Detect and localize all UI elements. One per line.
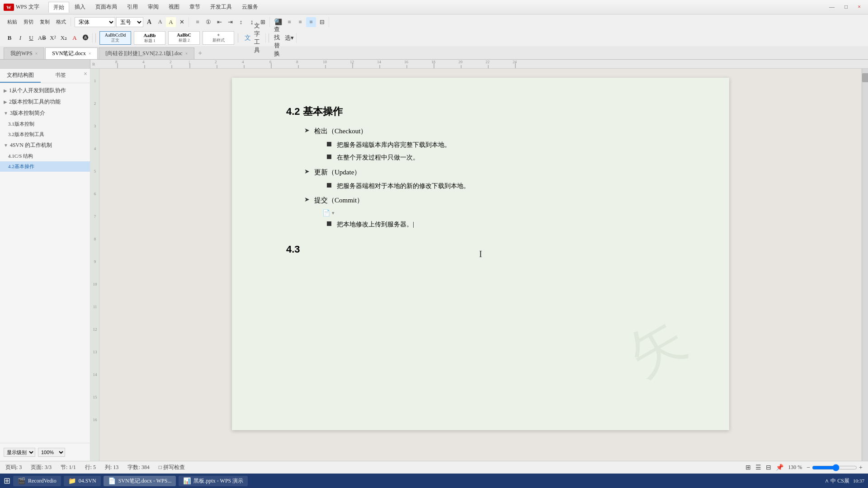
tab-svnnotes-close[interactable]: × xyxy=(89,51,91,56)
right-scrollbar[interactable] xyxy=(862,69,868,461)
sidebar-tab-structure[interactable]: 文档结构图 xyxy=(0,69,41,83)
tab-svnnotes[interactable]: SVN笔记.docx × xyxy=(45,47,98,59)
style-normal[interactable]: AaBbCcDd 正文 xyxy=(99,31,131,45)
menu-chapter[interactable]: 章节 xyxy=(185,2,205,13)
menu-start[interactable]: 开始 xyxy=(48,2,69,13)
zoom-slider[interactable] xyxy=(812,464,857,471)
sort-button[interactable]: ↕ xyxy=(236,17,246,27)
align-justify-button[interactable]: ≡ xyxy=(306,17,316,27)
unordered-list-button[interactable]: ≡ xyxy=(193,17,203,27)
bullet-square-2 xyxy=(327,155,331,159)
col-layout-button[interactable]: ⊟ xyxy=(317,17,327,27)
outline-item-5[interactable]: 3.2版本控制工具 xyxy=(0,129,90,140)
sidebar-tab-bookmark[interactable]: 书签 xyxy=(41,69,81,83)
outline-item-3[interactable]: ▼ 3版本控制简介 xyxy=(0,108,90,119)
highlight-button[interactable]: A xyxy=(166,17,176,27)
paste-option-arrow: ▾ xyxy=(332,210,335,216)
menu-reference[interactable]: 引用 xyxy=(123,2,142,13)
outline-label-3: 3版本控制简介 xyxy=(10,109,45,117)
menu-devtools[interactable]: 开发工具 xyxy=(206,2,236,13)
taskbar-app-svn[interactable]: 📁 04.SVN xyxy=(64,476,101,486)
subscript-button[interactable]: X₂ xyxy=(59,33,69,43)
ordered-list-button[interactable]: ① xyxy=(203,17,213,27)
display-level-select[interactable]: 显示级别 xyxy=(4,448,35,457)
view-mode-2[interactable]: ☰ xyxy=(755,464,761,471)
bullet-arrow-commit: ➤ xyxy=(304,196,310,203)
tab-mywps-close[interactable]: × xyxy=(35,51,38,56)
align-right-button[interactable]: ≡ xyxy=(295,17,305,27)
svg-text:9: 9 xyxy=(94,259,96,264)
taskbar-app-recordvedio[interactable]: 🎬 RecordVedio xyxy=(13,476,61,486)
cut-button[interactable]: 剪切 xyxy=(21,18,36,26)
sidebar-close-button[interactable]: × xyxy=(81,69,90,83)
new-tab-button[interactable]: + xyxy=(195,47,205,59)
tab-mywps[interactable]: 我的WPS × xyxy=(4,47,44,59)
outline-item-7[interactable]: 4.1C/S 结构 xyxy=(0,151,90,161)
tab-svnguide-close[interactable]: × xyxy=(185,51,188,56)
paste-button[interactable]: 粘贴 xyxy=(5,18,20,26)
svg-text:16: 16 xyxy=(404,60,409,64)
strikethrough-button[interactable]: AB̶ xyxy=(37,33,47,43)
outline-item-8[interactable]: 4.2基本操作 xyxy=(0,161,90,172)
taskbar-app-pptx[interactable]: 📊 黑板.pptx - WPS 演示 xyxy=(179,476,248,486)
font-grow-button[interactable]: A xyxy=(144,17,154,27)
scroll-thumb[interactable] xyxy=(862,73,868,82)
style-heading1[interactable]: AaBb 标题 1 xyxy=(134,31,165,45)
taskbar-app-wps[interactable]: 📄 SVN笔记.docx - WPS... xyxy=(104,476,176,486)
svg-text:|: | xyxy=(189,60,190,64)
text-style-button[interactable]: 文字工具 xyxy=(254,33,264,43)
select-button[interactable]: 选▾ xyxy=(284,33,294,43)
align-center-button[interactable]: ≡ xyxy=(284,17,294,27)
font-size-select[interactable]: 五号 xyxy=(116,17,143,27)
font-name-select[interactable]: 宋体 xyxy=(75,17,115,27)
paste-icon-area: 📄 ▾ xyxy=(286,209,675,217)
maximize-button[interactable]: □ xyxy=(841,3,851,11)
font-color-button[interactable]: A xyxy=(70,33,80,43)
bg-color-button[interactable]: 🅐 xyxy=(80,33,90,43)
view-mode-4[interactable]: 📌 xyxy=(776,464,783,471)
outline-item-2[interactable]: ▶ 2版本控制工具的功能 xyxy=(0,96,90,108)
status-spell[interactable]: □ 拼写检查 xyxy=(159,464,185,471)
status-right: ⊞ ☰ ⊟ 📌 130 % − + xyxy=(745,464,863,471)
style-new[interactable]: ✦ 新样式 xyxy=(203,31,234,45)
indent-left-button[interactable]: ⇤ xyxy=(214,17,224,27)
outline-item-1[interactable]: ▶ 1从个人开发到团队协作 xyxy=(0,85,90,96)
bold-button[interactable]: B xyxy=(5,33,14,43)
copy-button[interactable]: 复制 xyxy=(37,18,52,26)
outline-item-4[interactable]: 3.1版本控制 xyxy=(0,119,90,129)
document-page[interactable]: 矢 4.2 基本操作 ➤ 检出（Checkout） 把服务器端版本库内容完整下载… xyxy=(232,78,729,430)
taskbar: ⊞ 🎬 RecordVedio 📁 04.SVN 📄 SVN笔记.docx - … xyxy=(0,474,868,488)
italic-button[interactable]: I xyxy=(15,33,25,43)
outline-item-6[interactable]: ▼ 4SVN 的工作机制 xyxy=(0,140,90,151)
format-button[interactable]: 格式 xyxy=(53,18,69,26)
svg-text:10: 10 xyxy=(323,60,327,64)
svg-text:12: 12 xyxy=(93,327,97,332)
text-effects-button[interactable]: 文 xyxy=(243,33,253,43)
menu-page-layout[interactable]: 页面布局 xyxy=(91,2,122,13)
close-button[interactable]: × xyxy=(854,3,864,11)
zoom-in-button[interactable]: + xyxy=(859,464,863,471)
sidebar-bottom: 显示级别 100% xyxy=(0,443,90,461)
menu-cloud[interactable]: 云服务 xyxy=(237,2,263,13)
menu-view[interactable]: 视图 xyxy=(164,2,184,13)
tab-svnguide[interactable]: [尚硅谷][封捷]_SVN[2.2.1版].doc × xyxy=(99,47,194,59)
clear-format-button[interactable]: ✕ xyxy=(177,17,187,27)
font-shrink-button[interactable]: A xyxy=(155,17,165,27)
view-mode-3[interactable]: ⊟ xyxy=(766,464,771,471)
find-replace-button[interactable]: 🔍 查找替换 xyxy=(274,33,283,43)
style-heading2[interactable]: AaBbC 标题 2 xyxy=(168,31,200,45)
menu-insert[interactable]: 插入 xyxy=(70,2,90,13)
superscript-button[interactable]: X² xyxy=(48,33,58,43)
separator3 xyxy=(269,33,269,42)
view-mode-1[interactable]: ⊞ xyxy=(745,464,751,471)
bullet-square-3 xyxy=(327,183,331,188)
zoom-out-button[interactable]: − xyxy=(807,464,810,471)
document-area[interactable]: 矢 4.2 基本操作 ➤ 检出（Checkout） 把服务器端版本库内容完整下载… xyxy=(99,69,862,461)
underline-button[interactable]: U xyxy=(26,33,36,43)
indent-right-button[interactable]: ⇥ xyxy=(225,17,235,27)
minimize-button[interactable]: — xyxy=(826,3,838,11)
start-button[interactable]: ⊞ xyxy=(4,476,10,486)
zoom-select[interactable]: 100% xyxy=(38,448,65,457)
menu-review[interactable]: 审阅 xyxy=(143,2,163,13)
svg-text:12: 12 xyxy=(350,60,354,64)
